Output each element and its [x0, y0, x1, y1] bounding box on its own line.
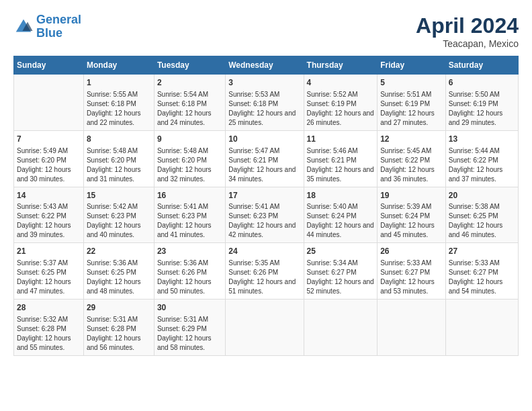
logo: General Blue [13, 13, 81, 40]
logo-text: General Blue [36, 13, 81, 40]
col-header-saturday: Saturday [445, 56, 518, 75]
calendar-cell [14, 75, 84, 131]
calendar-cell: 13Sunrise: 5:44 AMSunset: 6:22 PMDayligh… [445, 130, 518, 187]
day-number: 23 [157, 246, 222, 257]
calendar-cell: 24Sunrise: 5:35 AMSunset: 6:26 PMDayligh… [226, 243, 304, 300]
calendar-cell: 12Sunrise: 5:45 AMSunset: 6:22 PMDayligh… [378, 130, 446, 187]
calendar-cell: 21Sunrise: 5:37 AMSunset: 6:25 PMDayligh… [14, 243, 84, 300]
calendar-cell: 29Sunrise: 5:31 AMSunset: 6:28 PMDayligh… [83, 300, 154, 356]
day-info: Sunrise: 5:31 AMSunset: 6:29 PMDaylight:… [157, 315, 222, 353]
calendar-cell: 3Sunrise: 5:53 AMSunset: 6:18 PMDaylight… [226, 75, 304, 131]
calendar-cell: 17Sunrise: 5:41 AMSunset: 6:23 PMDayligh… [226, 187, 304, 243]
calendar-cell: 16Sunrise: 5:41 AMSunset: 6:23 PMDayligh… [154, 187, 225, 243]
day-number: 14 [17, 190, 81, 201]
day-info: Sunrise: 5:52 AMSunset: 6:19 PMDaylight:… [307, 90, 375, 128]
calendar-cell: 6Sunrise: 5:50 AMSunset: 6:19 PMDaylight… [445, 75, 518, 131]
day-info: Sunrise: 5:33 AMSunset: 6:27 PMDaylight:… [380, 259, 443, 296]
calendar-cell: 22Sunrise: 5:36 AMSunset: 6:25 PMDayligh… [83, 243, 154, 300]
day-info: Sunrise: 5:33 AMSunset: 6:27 PMDaylight:… [449, 259, 515, 296]
calendar-cell: 8Sunrise: 5:48 AMSunset: 6:20 PMDaylight… [83, 130, 154, 187]
day-info: Sunrise: 5:55 AMSunset: 6:18 PMDaylight:… [87, 90, 151, 128]
day-number: 19 [380, 190, 443, 201]
col-header-monday: Monday [83, 56, 154, 75]
day-number: 5 [380, 77, 443, 89]
calendar-cell: 14Sunrise: 5:43 AMSunset: 6:22 PMDayligh… [14, 187, 84, 243]
calendar-cell: 5Sunrise: 5:51 AMSunset: 6:19 PMDaylight… [378, 75, 446, 131]
day-number: 1 [87, 77, 151, 89]
day-info: Sunrise: 5:37 AMSunset: 6:25 PMDaylight:… [17, 259, 81, 296]
col-header-friday: Friday [378, 56, 446, 75]
day-number: 9 [157, 134, 222, 145]
day-number: 21 [17, 246, 81, 257]
day-info: Sunrise: 5:35 AMSunset: 6:26 PMDaylight:… [228, 259, 300, 296]
logo-line1: General [36, 13, 81, 26]
day-number: 25 [307, 246, 375, 257]
calendar-cell: 11Sunrise: 5:46 AMSunset: 6:21 PMDayligh… [304, 130, 378, 187]
col-header-wednesday: Wednesday [226, 56, 304, 75]
day-number: 12 [380, 134, 443, 145]
col-header-sunday: Sunday [14, 56, 84, 75]
day-info: Sunrise: 5:40 AMSunset: 6:24 PMDaylight:… [307, 202, 375, 240]
calendar-table: SundayMondayTuesdayWednesdayThursdayFrid… [13, 56, 519, 356]
day-number: 24 [228, 246, 300, 257]
day-info: Sunrise: 5:43 AMSunset: 6:22 PMDaylight:… [17, 202, 81, 240]
calendar-cell: 4Sunrise: 5:52 AMSunset: 6:19 PMDaylight… [304, 75, 378, 131]
logo-line2: Blue [36, 26, 62, 40]
day-number: 27 [449, 246, 515, 257]
day-number: 18 [307, 190, 375, 201]
calendar-cell: 9Sunrise: 5:48 AMSunset: 6:20 PMDaylight… [154, 130, 225, 187]
calendar-cell: 2Sunrise: 5:54 AMSunset: 6:18 PMDaylight… [154, 75, 225, 131]
day-number: 28 [17, 302, 81, 314]
calendar-cell: 23Sunrise: 5:36 AMSunset: 6:26 PMDayligh… [154, 243, 225, 300]
day-info: Sunrise: 5:47 AMSunset: 6:21 PMDaylight:… [228, 146, 300, 184]
day-info: Sunrise: 5:31 AMSunset: 6:28 PMDaylight:… [87, 315, 151, 353]
calendar-cell: 26Sunrise: 5:33 AMSunset: 6:27 PMDayligh… [378, 243, 446, 300]
calendar-week-2: 7Sunrise: 5:49 AMSunset: 6:20 PMDaylight… [14, 130, 519, 187]
day-number: 8 [87, 134, 151, 145]
day-number: 22 [87, 246, 151, 257]
day-info: Sunrise: 5:49 AMSunset: 6:20 PMDaylight:… [17, 146, 81, 184]
day-info: Sunrise: 5:41 AMSunset: 6:23 PMDaylight:… [157, 202, 222, 240]
day-number: 7 [17, 134, 81, 145]
calendar-week-3: 14Sunrise: 5:43 AMSunset: 6:22 PMDayligh… [14, 187, 519, 243]
day-number: 29 [87, 302, 151, 314]
day-info: Sunrise: 5:50 AMSunset: 6:19 PMDaylight:… [449, 90, 515, 128]
day-info: Sunrise: 5:34 AMSunset: 6:27 PMDaylight:… [307, 259, 375, 296]
day-number: 15 [87, 190, 151, 201]
calendar-cell [304, 300, 378, 356]
day-info: Sunrise: 5:39 AMSunset: 6:24 PMDaylight:… [380, 202, 443, 240]
day-number: 3 [228, 77, 300, 89]
calendar-cell: 1Sunrise: 5:55 AMSunset: 6:18 PMDaylight… [83, 75, 154, 131]
calendar-cell: 27Sunrise: 5:33 AMSunset: 6:27 PMDayligh… [445, 243, 518, 300]
logo-icon [13, 17, 34, 37]
day-info: Sunrise: 5:38 AMSunset: 6:25 PMDaylight:… [449, 202, 515, 240]
day-info: Sunrise: 5:44 AMSunset: 6:22 PMDaylight:… [449, 146, 515, 184]
day-info: Sunrise: 5:36 AMSunset: 6:25 PMDaylight:… [87, 259, 151, 296]
day-info: Sunrise: 5:36 AMSunset: 6:26 PMDaylight:… [157, 259, 222, 296]
calendar-cell: 19Sunrise: 5:39 AMSunset: 6:24 PMDayligh… [378, 187, 446, 243]
day-number: 30 [157, 302, 222, 314]
calendar-cell [445, 300, 518, 356]
calendar-week-1: 1Sunrise: 5:55 AMSunset: 6:18 PMDaylight… [14, 75, 519, 131]
page-title: April 2024 [416, 13, 519, 38]
page-subtitle: Teacapan, Mexico [416, 38, 519, 49]
calendar-cell: 18Sunrise: 5:40 AMSunset: 6:24 PMDayligh… [304, 187, 378, 243]
day-info: Sunrise: 5:41 AMSunset: 6:23 PMDaylight:… [228, 202, 300, 240]
calendar-cell: 25Sunrise: 5:34 AMSunset: 6:27 PMDayligh… [304, 243, 378, 300]
col-header-thursday: Thursday [304, 56, 378, 75]
day-info: Sunrise: 5:48 AMSunset: 6:20 PMDaylight:… [157, 146, 222, 184]
page-header: General Blue April 2024 Teacapan, Mexico [13, 13, 519, 49]
day-number: 4 [307, 77, 375, 89]
day-number: 10 [228, 134, 300, 145]
calendar-cell [378, 300, 446, 356]
day-info: Sunrise: 5:45 AMSunset: 6:22 PMDaylight:… [380, 146, 443, 184]
calendar-cell: 30Sunrise: 5:31 AMSunset: 6:29 PMDayligh… [154, 300, 225, 356]
day-number: 17 [228, 190, 300, 201]
calendar-cell: 28Sunrise: 5:32 AMSunset: 6:28 PMDayligh… [14, 300, 84, 356]
day-number: 6 [449, 77, 515, 89]
day-number: 11 [307, 134, 375, 145]
calendar-cell: 7Sunrise: 5:49 AMSunset: 6:20 PMDaylight… [14, 130, 84, 187]
calendar-cell: 15Sunrise: 5:42 AMSunset: 6:23 PMDayligh… [83, 187, 154, 243]
title-area: April 2024 Teacapan, Mexico [416, 13, 519, 49]
day-info: Sunrise: 5:54 AMSunset: 6:18 PMDaylight:… [157, 90, 222, 128]
